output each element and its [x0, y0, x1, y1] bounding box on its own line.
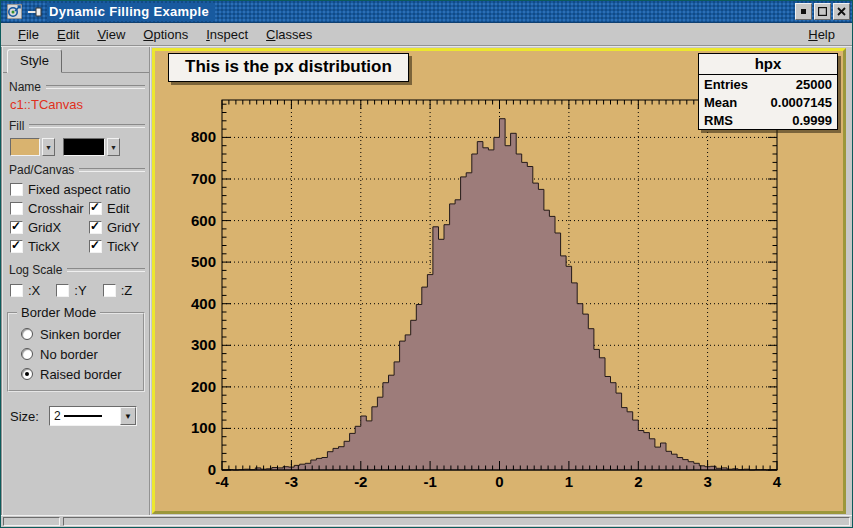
minimize-button[interactable] — [795, 3, 812, 20]
checkbox-fixed-aspect-ratio[interactable]: Fixed aspect ratio — [10, 182, 131, 197]
line-color-dropdown-icon[interactable]: ▼ — [107, 138, 120, 156]
menu-help[interactable]: Help — [799, 24, 844, 45]
checkbox-log-z[interactable]: :Z — [103, 283, 149, 298]
stats-label: Entries — [704, 77, 748, 92]
svg-text:-3: -3 — [285, 473, 298, 490]
svg-text:-4: -4 — [215, 473, 229, 490]
tab-row: Style — [3, 49, 149, 73]
checkbox-log-y[interactable]: :Y — [56, 283, 102, 298]
fill-color-dropdown-icon[interactable]: ▼ — [42, 138, 55, 156]
checkbox-icon[interactable]: ✓ — [89, 240, 102, 253]
svg-text:700: 700 — [191, 170, 216, 187]
menu-edit[interactable]: Edit — [48, 24, 88, 45]
fill-color-swatch[interactable] — [10, 138, 40, 156]
checkbox-icon[interactable] — [10, 284, 23, 297]
svg-text:-2: -2 — [354, 473, 367, 490]
checkbox-icon[interactable]: ✓ — [10, 240, 23, 253]
radio-icon[interactable] — [21, 328, 33, 340]
log-section-label: Log Scale — [9, 263, 145, 277]
checkbox-edit[interactable]: ✓Edit — [89, 201, 129, 216]
canvas-container: -4-3-2-1012340100200300400500600700800 T… — [151, 47, 852, 515]
svg-text:0: 0 — [208, 461, 216, 478]
checkbox-gridx[interactable]: ✓GridX — [10, 220, 89, 235]
stats-value: 25000 — [796, 77, 832, 92]
statusbar-cell-left — [3, 517, 60, 526]
checkbox-ticky[interactable]: ✓TickY — [89, 239, 139, 254]
checkbox-icon[interactable]: ✓ — [10, 221, 23, 234]
histogram-title-pave[interactable]: This is the px distribution — [168, 53, 409, 82]
checkbox-label: TickX — [28, 239, 60, 254]
svg-text:3: 3 — [703, 473, 711, 490]
checkbox-label: :Y — [74, 283, 86, 298]
stats-pave[interactable]: hpx Entries25000Mean0.0007145RMS0.9999 — [698, 53, 838, 130]
statusbar — [1, 515, 852, 527]
checkbox-label: Crosshair — [28, 201, 84, 216]
stats-value: 0.0007145 — [771, 95, 832, 110]
checkbox-row: ✓GridX✓GridY — [10, 218, 149, 237]
checkbox-log-x[interactable]: :X — [10, 283, 56, 298]
menu-inspect[interactable]: Inspect — [197, 24, 257, 45]
line-color-swatch[interactable] — [63, 138, 105, 156]
svg-text:200: 200 — [191, 378, 216, 395]
radio-icon[interactable] — [21, 368, 33, 380]
style-editor-panel: Style Name c1::TCanvas Fill ▼ ▼ Pad/Canv… — [1, 47, 151, 515]
menu-classes[interactable]: Classes — [257, 24, 321, 45]
menu-view[interactable]: View — [88, 24, 134, 45]
checkbox-label: GridX — [28, 220, 61, 235]
close-button[interactable] — [833, 3, 850, 20]
stats-row: Entries25000 — [699, 75, 837, 93]
checkbox-icon[interactable] — [103, 284, 116, 297]
radio-label: Raised border — [40, 367, 122, 382]
svg-text:600: 600 — [191, 212, 216, 229]
checkbox-row: Fixed aspect ratio — [10, 180, 149, 199]
pad-section-label: Pad/Canvas — [9, 163, 145, 177]
app-window: Dynamic Filling Example FileEditViewOpti… — [0, 0, 853, 528]
main-area: Style Name c1::TCanvas Fill ▼ ▼ Pad/Canv… — [1, 47, 852, 515]
radio-icon[interactable] — [21, 348, 33, 360]
menu-options[interactable]: Options — [134, 24, 197, 45]
stats-row: RMS0.9999 — [699, 111, 837, 129]
stats-value: 0.9999 — [792, 113, 832, 128]
stats-row: Mean0.0007145 — [699, 93, 837, 111]
stats-hist-name: hpx — [699, 54, 837, 75]
checkbox-row: Crosshair✓Edit — [10, 199, 149, 218]
svg-text:1: 1 — [565, 473, 573, 490]
pad-checkbox-grid: Fixed aspect ratioCrosshair✓Edit✓GridX✓G… — [10, 180, 149, 256]
log-scale-row: :X:Y:Z — [10, 281, 149, 300]
name-section-label: Name — [9, 80, 145, 94]
checkbox-icon[interactable] — [10, 183, 23, 196]
stats-label: RMS — [704, 113, 733, 128]
checkbox-label: TickY — [107, 239, 139, 254]
svg-text:400: 400 — [191, 295, 216, 312]
checkbox-icon[interactable] — [56, 284, 69, 297]
svg-text:2: 2 — [634, 473, 642, 490]
svg-text:0: 0 — [495, 473, 503, 490]
checkbox-gridy[interactable]: ✓GridY — [89, 220, 140, 235]
menu-file[interactable]: File — [9, 24, 48, 45]
window-title: Dynamic Filling Example — [47, 3, 215, 21]
statusbar-cell-right — [63, 517, 850, 526]
pin-icon[interactable] — [27, 4, 45, 20]
tab-style[interactable]: Style — [7, 49, 62, 73]
border-mode-title: Border Mode — [17, 305, 100, 320]
radio-sinken-border[interactable]: Sinken border — [17, 324, 139, 344]
size-dropdown-icon[interactable]: ▼ — [120, 407, 136, 425]
canvas-name-value: c1::TCanvas — [10, 97, 149, 112]
checkbox-tickx[interactable]: ✓TickX — [10, 239, 89, 254]
maximize-button[interactable] — [814, 3, 831, 20]
checkbox-icon[interactable]: ✓ — [89, 202, 102, 215]
tcanvas-c1[interactable]: -4-3-2-1012340100200300400500600700800 T… — [152, 48, 846, 514]
checkbox-label: Edit — [107, 201, 129, 216]
radio-no-border[interactable]: No border — [17, 344, 139, 364]
checkbox-label: GridY — [107, 220, 140, 235]
radio-label: No border — [40, 347, 98, 362]
menubar: FileEditViewOptionsInspectClasses Help — [1, 23, 852, 47]
line-size-combobox[interactable]: 2 ▼ — [49, 406, 137, 426]
border-mode-group: Border Mode Sinken borderNo borderRaised… — [7, 312, 145, 392]
checkbox-icon[interactable]: ✓ — [89, 221, 102, 234]
fill-row: ▼ ▼ — [10, 138, 149, 156]
checkbox-icon[interactable] — [10, 202, 23, 215]
checkbox-crosshair[interactable]: Crosshair — [10, 201, 89, 216]
fill-section-label: Fill — [9, 119, 145, 133]
radio-raised-border[interactable]: Raised border — [17, 364, 139, 384]
